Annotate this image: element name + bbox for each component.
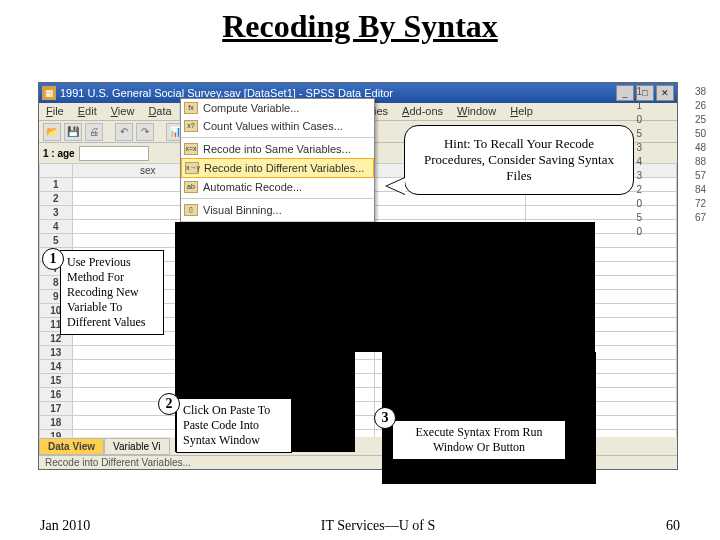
menu-file[interactable]: File xyxy=(39,103,71,120)
step-2-callout: Click On Paste To Paste Code Into Syntax… xyxy=(176,398,292,453)
menu-edit[interactable]: Edit xyxy=(71,103,104,120)
menu-item-icon: x=x xyxy=(184,143,198,155)
step-2-number: 2 xyxy=(158,393,180,415)
toolbar-button[interactable]: 💾 xyxy=(64,123,82,141)
obscured-region-2 xyxy=(382,352,596,484)
menu-item-icon: ab xyxy=(184,181,198,193)
cell-ref: 1 : age xyxy=(43,148,75,159)
menu-data[interactable]: Data xyxy=(141,103,178,120)
menu-view[interactable]: View xyxy=(104,103,142,120)
slide-title: Recoding By Syntax xyxy=(0,0,720,49)
toolbar-button[interactable]: 📂 xyxy=(43,123,61,141)
menu-item-icon: fx xyxy=(184,102,198,114)
menu-item-icon: ▯ xyxy=(184,204,198,216)
menu-window[interactable]: Window xyxy=(450,103,503,120)
footer-page: 60 xyxy=(666,518,680,534)
toolbar-button[interactable]: ↷ xyxy=(136,123,154,141)
tab-variable-view[interactable]: Variable Vi xyxy=(104,438,169,455)
step-1-number: 1 xyxy=(42,248,64,270)
slide-footer: Jan 2010 IT Services—U of S 60 xyxy=(40,518,680,534)
app-icon: ▦ xyxy=(42,86,56,100)
hint-callout: Hint: To Recall Your Recode Procedures, … xyxy=(404,125,634,195)
footer-date: Jan 2010 xyxy=(40,518,90,534)
menu-help[interactable]: Help xyxy=(503,103,540,120)
obscured-region-1 xyxy=(175,222,595,352)
menu-item-visual-binning[interactable]: ▯Visual Binning... xyxy=(181,201,374,219)
step-3-callout: Execute Syntax From Run Window Or Button xyxy=(392,420,566,460)
toolbar-button[interactable]: 🖨 xyxy=(85,123,103,141)
menu-add-ons[interactable]: Add-ons xyxy=(395,103,450,120)
burst-icon-2: ✦ xyxy=(299,383,345,442)
step-3-number: 3 xyxy=(374,407,396,429)
menu-item-count-values-within-cases[interactable]: x?Count Values within Cases... xyxy=(181,117,374,135)
tab-data-view[interactable]: Data View xyxy=(39,438,104,455)
menu-item-recode-into-different-variables[interactable]: x→yRecode into Different Variables... xyxy=(181,158,374,178)
menu-item-icon: x? xyxy=(184,120,198,132)
step-1-callout: Use Previous Method For Recoding New Var… xyxy=(60,250,164,335)
menu-item-automatic-recode[interactable]: abAutomatic Recode... xyxy=(181,178,374,196)
menu-item-compute-variable[interactable]: fxCompute Variable... xyxy=(181,99,374,117)
toolbar-button[interactable]: ↶ xyxy=(115,123,133,141)
footer-org: IT Services—U of S xyxy=(321,518,435,534)
cell-value-input[interactable] xyxy=(79,146,149,161)
menu-item-recode-into-same-variables[interactable]: x=xRecode into Same Variables... xyxy=(181,140,374,158)
menu-item-icon: x→y xyxy=(185,162,199,174)
